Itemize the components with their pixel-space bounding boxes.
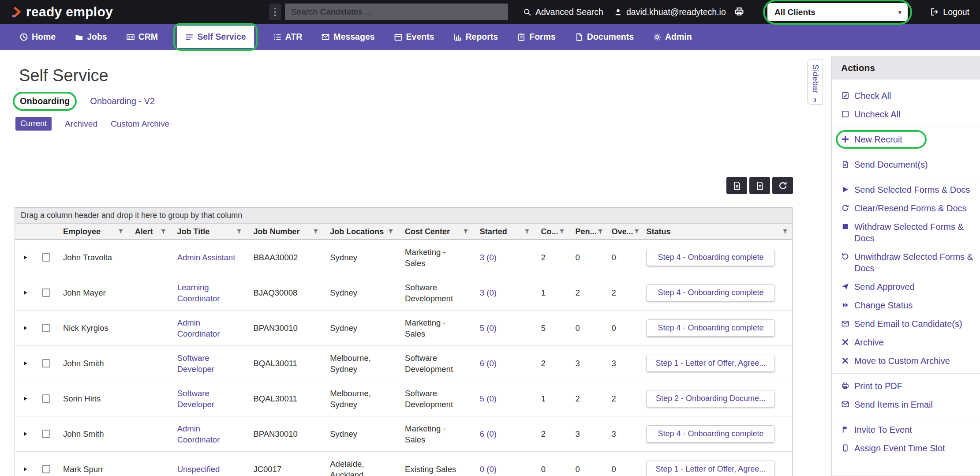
nav-item-self-service[interactable]: Self Service [177,26,254,48]
status-button[interactable]: Step 4 - Onboarding complete [646,284,775,301]
logout-button[interactable]: Logout [930,0,969,24]
print-icon[interactable] [734,6,744,18]
nav-item-events[interactable]: Events [394,24,434,50]
expand-row-button[interactable] [22,431,29,437]
row-checkbox[interactable] [42,394,50,403]
menu-dots-button[interactable]: ⋮ [269,4,281,20]
filter-funnel-icon[interactable] [462,228,469,235]
started-link[interactable]: 5 (0) [480,393,497,404]
job_title-link[interactable]: Software Developer [177,352,242,375]
status-button[interactable]: Step 4 - Onboarding complete [646,319,775,337]
nav-item-reports[interactable]: Reports [453,24,498,50]
filter-funnel-icon[interactable] [236,228,243,235]
filter-funnel-icon[interactable] [524,228,531,235]
action-item-clear-resend-forms-docs[interactable]: Clear/Resend Forms & Docs [832,199,980,217]
status-button[interactable]: Step 1 - Letter of Offer, Agree... [646,461,775,476]
column-header-job_title[interactable]: Job Title [170,224,247,240]
job_title-link[interactable]: Unspecified [177,464,220,475]
action-item-unwithdraw-selected-forms-docs[interactable]: Unwithdraw Selected Forms & Docs [832,247,980,277]
started-link[interactable]: 3 (0) [480,287,497,298]
filter-funnel-icon[interactable] [782,228,789,235]
job_title-link[interactable]: Admin Assistant [177,252,236,263]
filter-custom-archive[interactable]: Custom Archive [111,119,169,129]
started-link[interactable]: 6 (0) [480,358,497,369]
filter-funnel-icon[interactable] [312,228,319,235]
column-header-alert[interactable]: Alert [128,224,170,240]
column-header-status[interactable]: Status [640,224,793,240]
row-checkbox[interactable] [42,324,50,332]
nav-item-admin[interactable]: Admin [653,24,692,50]
column-header-cost_center[interactable]: Cost Center [398,224,473,240]
nav-item-forms[interactable]: Forms [517,24,556,50]
filter-funnel-icon[interactable] [117,228,124,235]
action-item-archive[interactable]: Archive [832,333,980,352]
tab-onboarding-v2[interactable]: Onboarding - V2 [90,96,155,106]
expand-row-button[interactable] [22,360,29,367]
group-drop-zone[interactable]: Drag a column header and drop it here to… [15,208,792,224]
status-button[interactable]: Step 1 - Letter of Offer, Agree... [646,355,775,372]
row-checkbox[interactable] [42,359,50,367]
column-header-completed[interactable]: Co... [534,224,569,240]
nav-item-documents[interactable]: Documents [575,24,634,50]
action-item-check-all[interactable]: Check All [832,86,980,105]
action-item-new-recruit[interactable]: New Recruit [832,130,980,149]
action-item-invite-to-event[interactable]: Invite To Event [832,420,980,439]
job_title-link[interactable]: Admin Coordinator [177,317,242,339]
column-header-overdue[interactable]: Ove... [605,224,640,240]
filter-current[interactable]: Current [15,117,52,131]
search-input[interactable] [285,4,508,20]
row-checkbox[interactable] [42,465,50,473]
action-item-send-items-in-email[interactable]: Send Items in Email [832,395,980,414]
started-link[interactable]: 3 (0) [480,252,497,263]
action-item-send-document-s[interactable]: Send Document(s) [832,155,980,174]
nav-item-home[interactable]: Home [19,24,56,50]
filter-funnel-icon[interactable] [558,228,565,235]
started-link[interactable]: 0 (0) [480,464,497,475]
action-item-send-selected-forms-docs[interactable]: Send Selected Forms & Docs [832,180,980,199]
export-pdf-button[interactable] [749,177,770,194]
export-excel-button[interactable] [726,177,747,194]
expand-row-button[interactable] [22,289,29,296]
action-item-uncheck-all[interactable]: Uncheck All [832,105,980,124]
column-header-job_number[interactable]: Job Number [246,224,323,240]
nav-item-crm[interactable]: CRM [126,24,158,50]
nav-item-jobs[interactable]: Jobs [75,24,107,50]
column-header-started[interactable]: Started [473,224,534,240]
status-button[interactable]: Step 2 - Onboarding Docume... [646,390,775,407]
action-item-withdraw-selected-forms-docs[interactable]: Withdraw Selected Forms & Docs [832,217,980,247]
action-item-change-status[interactable]: Change Status [832,296,980,315]
expand-row-button[interactable] [22,466,29,472]
expand-row-button[interactable] [22,395,29,402]
filter-archived[interactable]: Archived [65,119,97,129]
client-selector[interactable]: All Clients ▾ [767,3,908,21]
column-header-employee[interactable]: Employee [56,224,128,240]
job_title-link[interactable]: Software Developer [177,388,242,410]
tab-onboarding[interactable]: Onboarding [20,96,70,106]
advanced-search-link[interactable]: Advanced Search [523,0,603,24]
job_title-link[interactable]: Admin Coordinator [177,423,242,445]
filter-funnel-icon[interactable] [387,228,394,235]
status-button[interactable]: Step 4 - Onboarding complete [646,249,775,266]
nav-item-atr[interactable]: ATR [273,24,303,50]
expand-row-button[interactable] [22,325,29,331]
action-item-send-approved[interactable]: Send Approved [832,277,980,296]
refresh-button[interactable] [772,177,793,194]
action-item-assign-event-time-slot[interactable]: Assign Event Time Slot [832,439,980,457]
expand-row-button[interactable] [22,254,29,261]
action-item-move-to-custom-archive[interactable]: Move to Custom Archive [832,352,980,370]
job_title-link[interactable]: Learning Coordinator [177,282,242,304]
started-link[interactable]: 6 (0) [480,428,497,439]
action-item-print-to-pdf[interactable]: Print to PDF [832,377,980,395]
row-checkbox[interactable] [42,253,50,262]
filter-funnel-icon[interactable] [160,228,167,235]
filter-funnel-icon[interactable] [597,228,604,235]
action-item-send-email-to-candidate-s[interactable]: Send Email to Candidate(s) [832,315,980,333]
started-link[interactable]: 5 (0) [480,322,497,334]
column-header-pending[interactable]: Pen... [569,224,605,240]
row-checkbox[interactable] [42,289,50,297]
status-button[interactable]: Step 4 - Onboarding complete [646,425,775,442]
user-menu[interactable]: david.khuat@readytech.io [614,0,726,24]
nav-item-messages[interactable]: Messages [321,24,374,50]
row-checkbox[interactable] [42,430,50,438]
column-header-job_locations[interactable]: Job Locations [323,224,398,240]
